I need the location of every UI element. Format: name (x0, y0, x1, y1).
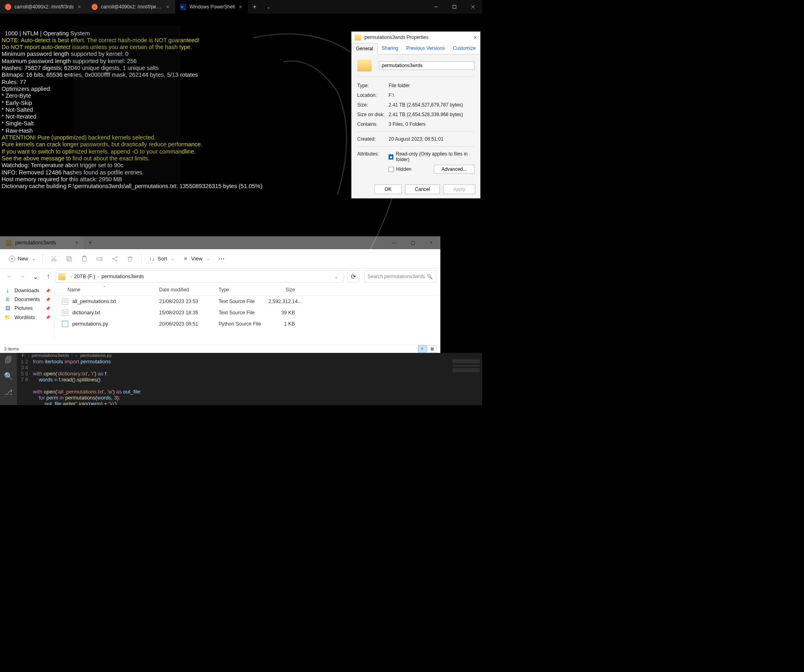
readonly-label: Read-only (Only applies to files in fold… (396, 151, 475, 162)
svg-rect-8 (68, 258, 72, 261)
new-button[interactable]: +New⌄ (6, 253, 39, 264)
ok-button[interactable]: OK (374, 184, 401, 194)
cancel-button[interactable]: Cancel (405, 184, 440, 194)
minimize-button[interactable]: — (385, 240, 403, 246)
value-size: 2.41 TB (2,654,527,679,787 bytes) (389, 102, 475, 108)
col-type-header[interactable]: Type (219, 285, 268, 295)
python-icon: ⬨ (75, 353, 78, 358)
line-gutter: 1 2 3 4 5 6 7 8 (17, 358, 33, 405)
share-button[interactable] (108, 252, 122, 266)
close-icon[interactable]: × (77, 4, 82, 10)
up-button[interactable]: ↑ (43, 271, 54, 282)
maximize-button[interactable]: ▢ (403, 240, 422, 246)
terminal-tab-2[interactable]: >_ Windows PowerShell × (175, 0, 248, 14)
search-placeholder: Search permutations3wrds (368, 274, 425, 279)
file-row[interactable]: permutations.py20/08/2023 08:51Python So… (55, 318, 440, 330)
folder-icon (58, 273, 65, 280)
minimap[interactable] (450, 358, 482, 405)
view-button[interactable]: ≡View⌄ (179, 253, 213, 264)
crumb-segment[interactable]: F: (22, 353, 26, 358)
tab-dropdown[interactable]: ⌄ (262, 0, 275, 14)
divider (43, 254, 43, 264)
details-view-button[interactable]: ≡ (418, 345, 427, 352)
svg-rect-1 (453, 5, 456, 8)
terminal-tab-1[interactable]: ◯ carroll@4090x2: /mnt/f/permu × (87, 0, 175, 14)
tab-customize[interactable]: Customize (449, 43, 480, 54)
close-button[interactable] (464, 0, 482, 14)
crumb-segment[interactable]: permutations3wrds (32, 353, 69, 358)
maximize-button[interactable] (445, 0, 464, 14)
copy-button[interactable] (62, 252, 76, 266)
terminal-tab-0[interactable]: ◯ carroll@4090x2: /mnt/f/3rds × (0, 0, 87, 14)
chevron-down-icon[interactable]: ⌄ (331, 275, 341, 279)
search-icon[interactable]: 🔍 (4, 372, 13, 381)
file-row[interactable]: all_permutations.txt21/08/2023 23:53Text… (55, 296, 440, 307)
tab-sharing[interactable]: Sharing (378, 43, 402, 54)
vscode-breadcrumb[interactable]: F:› permutations3wrds› ⬨ permutations.py (17, 353, 482, 358)
new-tab-button[interactable]: + (248, 0, 262, 14)
folder-name-input[interactable] (379, 61, 475, 70)
search-icon: 🔍 (427, 274, 433, 279)
close-icon[interactable]: × (474, 34, 477, 41)
close-button[interactable]: × (422, 240, 440, 246)
label-size: Size: (357, 102, 389, 108)
ubuntu-icon: ◯ (92, 4, 98, 10)
new-tab-button[interactable]: + (84, 239, 96, 246)
source-control-icon[interactable]: ⎇ (4, 388, 13, 397)
file-explorer-window: permutations3wrds × + — ▢ × +New⌄ ↑↓Sort… (0, 249, 440, 353)
col-date-header[interactable]: Date modified (159, 285, 219, 295)
search-input[interactable]: Search permutations3wrds 🔍 (364, 270, 436, 283)
folder-icon (6, 240, 12, 246)
sidebar-item-documents[interactable]: 🗎Documents📌 (0, 295, 54, 304)
cut-button[interactable] (47, 252, 61, 266)
new-label: New (18, 256, 28, 262)
crumb-root[interactable]: 20TB (F:) (74, 274, 95, 279)
sidebar-item-label: Documents (14, 297, 40, 302)
close-icon[interactable]: × (238, 4, 243, 10)
breadcrumb[interactable]: › 20TB (F:) › permutations3wrds ⌄ (55, 270, 344, 283)
vscode-window: 🗐 🔍 ⎇ F:› permutations3wrds› ⬨ permutati… (0, 353, 482, 405)
minimize-button[interactable] (427, 0, 445, 14)
tab-general[interactable]: General (352, 43, 378, 55)
sidebar-item-wordlists[interactable]: 📁Wordlists📌 (0, 313, 54, 322)
back-button[interactable]: ← (4, 271, 15, 282)
apply-button[interactable]: Apply (443, 184, 475, 194)
advanced-button[interactable]: Advanced... (434, 165, 475, 174)
paste-button[interactable] (78, 252, 91, 266)
hidden-checkbox[interactable]: Hidden (389, 166, 411, 172)
explorer-status-bar: 3 items ≡ ▦ (0, 344, 440, 353)
close-icon[interactable]: × (166, 4, 170, 10)
downloads-icon: ⭳ (4, 288, 11, 293)
explorer-nav-bar: ← → ⌄ ↑ › 20TB (F:) › permutations3wrds … (0, 268, 440, 285)
file-row[interactable]: dictionary.txt15/08/2023 18:35Text Sourc… (55, 307, 440, 318)
more-button[interactable]: ⋯ (215, 252, 228, 266)
explorer-tab[interactable]: permutations3wrds × (0, 236, 84, 249)
label-attributes: Attributes: (357, 151, 389, 174)
sort-button[interactable]: ↑↓Sort⌄ (145, 253, 178, 264)
close-icon[interactable]: × (75, 240, 78, 246)
col-name-header[interactable]: Name (55, 285, 159, 295)
label-type: Type: (357, 83, 389, 88)
rename-button[interactable] (93, 252, 106, 266)
recent-button[interactable]: ⌄ (30, 271, 41, 282)
vscode-activity-bar: 🗐 🔍 ⎇ (0, 353, 17, 405)
file-size: 39 KB (268, 310, 301, 316)
code-content[interactable]: from itertools import permutations with … (33, 358, 450, 405)
vscode-editor[interactable]: 1 2 3 4 5 6 7 8 from itertools import pe… (17, 358, 482, 405)
tab-previous-versions[interactable]: Previous Versions (402, 43, 449, 54)
file-icon (62, 309, 68, 316)
documents-icon: 🗎 (4, 297, 11, 302)
col-size-header[interactable]: Size (268, 285, 301, 295)
crumb-dir[interactable]: permutations3wrds (101, 274, 144, 279)
explorer-icon[interactable]: 🗐 (5, 356, 12, 365)
chevron-down-icon: ⌄ (207, 257, 210, 261)
forward-button[interactable]: → (17, 271, 28, 282)
readonly-checkbox[interactable]: ■Read-only (Only applies to files in fol… (389, 151, 475, 162)
sidebar-item-downloads[interactable]: ⭳Downloads📌 (0, 286, 54, 295)
icons-view-button[interactable]: ▦ (428, 345, 436, 352)
sidebar-item-pictures[interactable]: 🖼Pictures📌 (0, 304, 54, 313)
crumb-segment[interactable]: permutations.py (80, 353, 112, 358)
dialog-title-bar[interactable]: permutations3wrds Properties × (352, 32, 480, 43)
delete-button[interactable] (123, 252, 137, 266)
refresh-button[interactable]: ⟳ (347, 270, 359, 283)
